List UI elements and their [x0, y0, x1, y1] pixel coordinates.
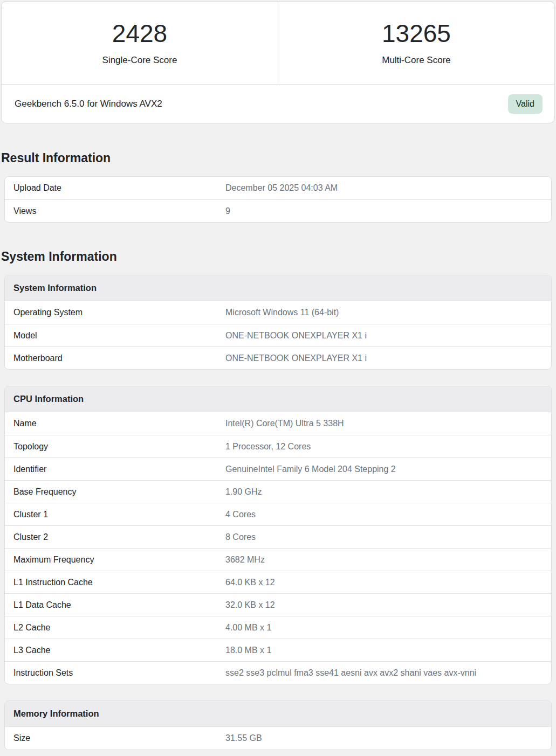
row-value: 4 Cores [225, 504, 551, 525]
table-row: Size31.55 GB [5, 727, 551, 750]
system-information-heading: System Information [1, 249, 556, 264]
cpu-information-table: CPU Information NameIntel(R) Core(TM) Ul… [4, 386, 552, 684]
row-label: Upload Date [5, 177, 225, 199]
multi-core-score-value: 13265 [382, 20, 451, 47]
multi-core-score-label: Multi-Core Score [382, 55, 451, 66]
row-value: 1 Processor, 12 Cores [225, 436, 551, 457]
row-label: Cluster 1 [5, 504, 225, 525]
row-label: L1 Instruction Cache [5, 572, 225, 593]
table-row: Views9 [5, 199, 551, 222]
table-row: Maximum Frequency3682 MHz [5, 548, 551, 571]
table-row: NameIntel(R) Core(TM) Ultra 5 338H [5, 412, 551, 435]
row-label: Model [5, 325, 225, 346]
memory-information-table-title: Memory Information [5, 701, 551, 727]
row-value: ONE-NETBOOK ONEXPLAYER X1 i [225, 348, 551, 369]
row-label: L3 Cache [5, 640, 225, 661]
row-label: Topology [5, 436, 225, 457]
table-row: Topology1 Processor, 12 Cores [5, 435, 551, 457]
row-value: sse2 sse3 pclmul fma3 sse41 aesni avx av… [225, 662, 551, 684]
table-row: L1 Data Cache32.0 KB x 12 [5, 593, 551, 616]
table-row: L1 Instruction Cache64.0 KB x 12 [5, 571, 551, 593]
table-row: Instruction Setssse2 sse3 pclmul fma3 ss… [5, 661, 551, 684]
row-label: Identifier [5, 459, 225, 480]
row-label: Cluster 2 [5, 526, 225, 548]
system-information-table: System Information Operating SystemMicro… [4, 275, 552, 370]
row-value: 18.0 MB x 1 [225, 640, 551, 661]
row-value: ONE-NETBOOK ONEXPLAYER X1 i [225, 325, 551, 346]
score-summary-card: 2428 Single-Core Score 13265 Multi-Core … [1, 1, 555, 123]
table-row: L2 Cache4.00 MB x 1 [5, 616, 551, 639]
row-value: 31.55 GB [225, 727, 551, 749]
table-row: IdentifierGenuineIntel Family 6 Model 20… [5, 457, 551, 480]
row-value: GenuineIntel Family 6 Model 204 Stepping… [225, 459, 551, 480]
multi-core-score-panel: 13265 Multi-Core Score [278, 2, 554, 84]
row-label: Views [5, 200, 225, 222]
row-value: Microsoft Windows 11 (64-bit) [225, 302, 551, 323]
row-value: 1.90 GHz [225, 481, 551, 503]
row-value: 8 Cores [225, 526, 551, 548]
table-row: ModelONE-NETBOOK ONEXPLAYER X1 i [5, 324, 551, 346]
row-value: 9 [225, 200, 551, 222]
table-row: Upload DateDecember 05 2025 04:03 AM [5, 177, 551, 199]
row-label: Base Frequency [5, 481, 225, 503]
table-row: Cluster 28 Cores [5, 525, 551, 548]
row-label: Maximum Frequency [5, 549, 225, 571]
geekbench-result-page: 2428 Single-Core Score 13265 Multi-Core … [0, 1, 556, 750]
single-core-score-label: Single-Core Score [102, 55, 177, 66]
cpu-information-rows: NameIntel(R) Core(TM) Ultra 5 338HTopolo… [5, 412, 551, 684]
valid-status-badge: Valid [508, 94, 543, 114]
table-row: Base Frequency1.90 GHz [5, 480, 551, 503]
single-core-score-value: 2428 [112, 20, 167, 47]
cpu-information-table-title: CPU Information [5, 386, 551, 412]
row-label: Motherboard [5, 348, 225, 369]
system-information-table-title: System Information [5, 275, 551, 301]
row-label: L1 Data Cache [5, 594, 225, 616]
system-information-rows: Operating SystemMicrosoft Windows 11 (64… [5, 301, 551, 369]
row-value: Intel(R) Core(TM) Ultra 5 338H [225, 413, 551, 434]
table-row: Cluster 14 Cores [5, 503, 551, 525]
row-label: Size [5, 727, 225, 749]
row-label: L2 Cache [5, 617, 225, 639]
row-label: Name [5, 413, 225, 434]
memory-information-rows: Size31.55 GB [5, 727, 551, 750]
row-label: Instruction Sets [5, 662, 225, 684]
table-row: L3 Cache18.0 MB x 1 [5, 639, 551, 661]
table-row: MotherboardONE-NETBOOK ONEXPLAYER X1 i [5, 346, 551, 369]
row-value: 4.00 MB x 1 [225, 617, 551, 639]
result-information-heading: Result Information [1, 150, 556, 165]
benchmark-version-text: Geekbench 6.5.0 for Windows AVX2 [15, 99, 162, 109]
single-core-score-panel: 2428 Single-Core Score [2, 2, 278, 84]
row-label: Operating System [5, 302, 225, 323]
row-value: 64.0 KB x 12 [225, 572, 551, 593]
row-value: December 05 2025 04:03 AM [225, 177, 551, 199]
memory-information-table: Memory Information Size31.55 GB [4, 700, 552, 750]
table-row: Operating SystemMicrosoft Windows 11 (64… [5, 301, 551, 324]
row-value: 32.0 KB x 12 [225, 594, 551, 616]
row-value: 3682 MHz [225, 549, 551, 571]
benchmark-version-bar: Geekbench 6.5.0 for Windows AVX2 Valid [2, 85, 554, 123]
score-panels: 2428 Single-Core Score 13265 Multi-Core … [2, 2, 554, 85]
result-information-table: Upload DateDecember 05 2025 04:03 AMView… [4, 176, 552, 223]
